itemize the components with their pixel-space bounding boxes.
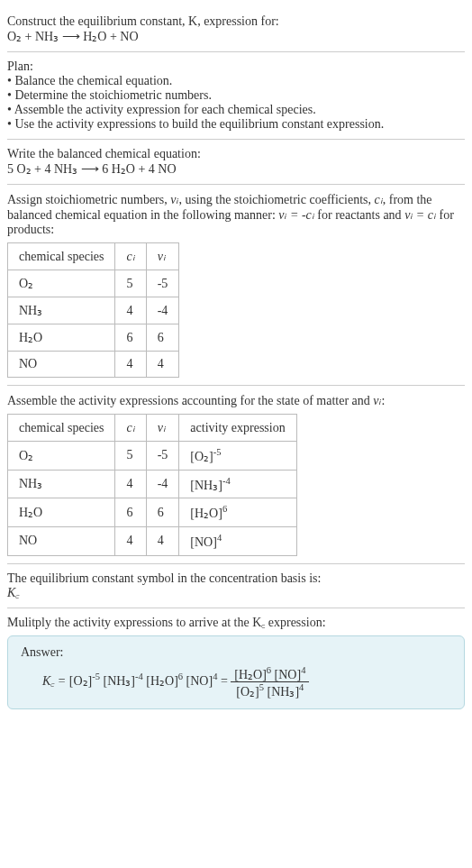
den-base: [NH₃] [268, 685, 300, 699]
cell-activity: [O₂]-5 [179, 442, 296, 471]
den-base: [O₂] [236, 685, 259, 699]
cell-ci: 6 [115, 498, 146, 527]
kc-symbol-line: The equilibrium constant symbol in the c… [7, 571, 465, 586]
plan-bullet-2: • Determine the stoichiometric numbers. [7, 88, 465, 103]
cell-species: NO [8, 526, 115, 555]
balanced-section: Write the balanced chemical equation: 5 … [7, 140, 465, 185]
col-species: chemical species [8, 243, 115, 270]
plan-section: Plan: • Balance the chemical equation. •… [7, 52, 465, 140]
den-exp: 4 [299, 682, 304, 692]
cell-vi: -4 [146, 470, 179, 498]
term-h2o: [H₂O]6 [146, 674, 183, 688]
cell-ci: 4 [115, 352, 146, 378]
term-base: [O₂] [69, 674, 92, 688]
plan-title: Plan: [7, 59, 465, 74]
answer-expression: K꜀ = [O₂]-5 [NH₃]-4 [H₂O]6 [NO]4 = [H₂O]… [21, 665, 451, 699]
num-base: [NO] [275, 667, 302, 681]
cell-activity: [H₂O]6 [179, 498, 296, 527]
act-exp: -4 [222, 476, 231, 486]
answer-label: Answer: [21, 645, 451, 660]
cell-species: NH₃ [8, 297, 115, 324]
cell-vi: 6 [146, 498, 179, 527]
activity-table: chemical species cᵢ νᵢ activity expressi… [7, 414, 297, 556]
cell-activity: [NH₃]-4 [179, 470, 296, 498]
col-vi: νᵢ [146, 243, 179, 270]
unbalanced-equation: O₂ + NH₃ ⟶ H₂O + NO [7, 29, 465, 44]
answer-box: Answer: K꜀ = [O₂]-5 [NH₃]-4 [H₂O]6 [NO]4… [7, 635, 465, 709]
term-exp: -5 [92, 672, 100, 681]
kc-symbol: K꜀ [7, 586, 465, 600]
den-exp: 5 [259, 682, 264, 692]
cell-vi: 4 [146, 352, 179, 378]
cell-ci: 5 [115, 270, 146, 297]
cell-vi: -5 [146, 442, 179, 471]
col-activity: activity expression [179, 415, 296, 442]
fraction-numerator: [H₂O]6 [NO]4 [231, 665, 309, 683]
table-header-row: chemical species cᵢ νᵢ activity expressi… [8, 415, 297, 442]
col-species: chemical species [8, 415, 115, 442]
kc-fraction: [H₂O]6 [NO]4 [O₂]5 [NH₃]4 [231, 665, 309, 699]
table-row: NO 4 4 [8, 352, 179, 378]
nu-i: νᵢ [373, 394, 381, 407]
stoich-intro-a: Assign stoichiometric numbers, [7, 193, 170, 206]
balanced-equation: 5 O₂ + 4 NH₃ ⟶ 6 H₂O + 4 NO [7, 161, 465, 177]
stoich-section: Assign stoichiometric numbers, νᵢ, using… [7, 185, 465, 386]
term-base: [NH₃] [103, 674, 135, 688]
balanced-title: Write the balanced chemical equation: [7, 147, 465, 161]
cell-ci: 5 [115, 442, 146, 471]
activity-section: Assemble the activity expressions accoun… [7, 386, 465, 564]
rel-react: νᵢ = -cᵢ [278, 208, 314, 222]
problem-statement: Construct the equilibrium constant, K, e… [7, 7, 465, 52]
plan-bullet-1: • Balance the chemical equation. [7, 74, 465, 88]
cell-vi: 6 [146, 324, 179, 352]
table-row: NH₃ 4 -4 [NH₃]-4 [8, 470, 297, 498]
num-exp: 4 [301, 665, 305, 675]
answer-section: Mulitply the activity expressions to arr… [7, 608, 465, 717]
term-base: [NO] [186, 674, 213, 688]
stoich-intro-d: for reactants and [314, 208, 404, 222]
cell-vi: -5 [146, 270, 179, 297]
cell-ci: 4 [115, 470, 146, 498]
act-base: [NO] [190, 535, 217, 549]
term-nh3: [NH₃]-4 [103, 674, 142, 688]
term-o2: [O₂]-5 [69, 674, 100, 688]
cell-species: H₂O [8, 498, 115, 527]
num-base: [H₂O] [234, 667, 267, 681]
act-base: [H₂O] [190, 507, 222, 520]
activity-intro-b: : [382, 394, 386, 407]
multiply-line: Mulitply the activity expressions to arr… [7, 616, 465, 630]
plan-bullet-4: • Use the activity expressions to build … [7, 117, 465, 132]
kc-lhs: K꜀ = [42, 674, 69, 688]
cell-species: H₂O [8, 324, 115, 352]
activity-intro-a: Assemble the activity expressions accoun… [7, 394, 373, 407]
num-exp: 6 [267, 665, 271, 675]
c-i: cᵢ [375, 193, 383, 206]
cell-vi: 4 [146, 526, 179, 555]
col-vi: νᵢ [146, 415, 179, 442]
act-exp: 6 [222, 504, 227, 514]
act-base: [NH₃] [190, 478, 222, 491]
table-row: NH₃ 4 -4 [8, 297, 179, 324]
term-exp: -4 [135, 672, 143, 681]
table-row: H₂O 6 6 [H₂O]6 [8, 498, 297, 527]
cell-species: O₂ [8, 270, 115, 297]
cell-vi: -4 [146, 297, 179, 324]
table-row: O₂ 5 -5 [8, 270, 179, 297]
term-exp: 6 [178, 672, 183, 681]
cell-activity: [NO]4 [179, 526, 296, 555]
fraction-denominator: [O₂]5 [NH₃]4 [231, 682, 309, 699]
col-ci: cᵢ [115, 243, 146, 270]
stoich-intro-b: , using the stoichiometric coefficients, [178, 193, 374, 206]
act-exp: -5 [213, 447, 222, 457]
prompt-line: Construct the equilibrium constant, K, e… [7, 14, 465, 29]
act-base: [O₂] [190, 450, 213, 463]
cell-species: NH₃ [8, 470, 115, 498]
stoich-intro: Assign stoichiometric numbers, νᵢ, using… [7, 192, 465, 237]
col-ci: cᵢ [115, 415, 146, 442]
table-row: O₂ 5 -5 [O₂]-5 [8, 442, 297, 471]
table-header-row: chemical species cᵢ νᵢ [8, 243, 179, 270]
cell-ci: 4 [115, 526, 146, 555]
cell-species: O₂ [8, 442, 115, 471]
equals: = [221, 674, 231, 688]
term-base: [H₂O] [146, 674, 178, 688]
